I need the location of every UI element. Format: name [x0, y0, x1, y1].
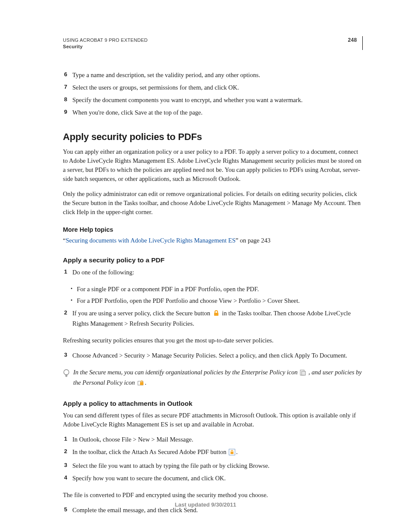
step-8: 8Specify the document components you wan… — [63, 96, 363, 105]
paragraph: You can send different types of files as… — [63, 411, 363, 429]
svg-rect-6 — [140, 382, 143, 385]
sub1-steps-cont: 2 If you are using a server policy, clic… — [63, 309, 363, 328]
step-7: 7Select the users or groups, set permiss… — [63, 83, 363, 92]
more-help-item: Securing documents with Adobe LiveCycle … — [63, 236, 363, 245]
doc-section: Security — [63, 44, 148, 50]
step-9: 9When you're done, click Save at the top… — [63, 108, 363, 117]
header-right: 248 — [348, 37, 363, 50]
footer-last-updated: Last updated 9/30/2011 — [0, 501, 411, 508]
link-securing-documents[interactable]: Securing documents with Adobe LiveCycle … — [65, 237, 235, 244]
doc-title: USING ACROBAT 9 PRO EXTENDED — [63, 37, 148, 44]
step-4: 4Specify how you want to secure the docu… — [63, 474, 363, 483]
step-1: 1Do one of the following: — [63, 268, 363, 277]
subhead-apply-policy-outlook: Apply a policy to attachments in Outlook — [63, 399, 363, 408]
sub1-bullets: For a single PDF or a component PDF in a… — [63, 285, 363, 305]
content: 6Type a name and description, set the va… — [63, 71, 363, 515]
paragraph: You can apply either an organization pol… — [63, 147, 363, 184]
step-2: 2 In the toolbar, click the Attach As Se… — [63, 448, 363, 458]
bullet: For a single PDF or a component PDF in a… — [71, 285, 363, 294]
paragraph: Only the policy administrator can edit o… — [63, 190, 363, 217]
svg-rect-4 — [302, 371, 305, 375]
step-1: 1In Outlook, choose File > New > Mail Me… — [63, 435, 363, 444]
page-number: 248 — [348, 37, 359, 43]
secure-button-icon — [213, 310, 220, 319]
page-number-rule — [362, 36, 363, 50]
sub1-steps-cont2: 3Choose Advanced > Security > Manage Sec… — [63, 351, 363, 360]
step-3: 3Select the file you want to attach by t… — [63, 461, 363, 470]
bullet: For a PDF Portfolio, open the PDF Portfo… — [71, 296, 363, 305]
conversion-note: The file is converted to PDF and encrypt… — [63, 491, 363, 500]
step-2: 2 If you are using a server policy, clic… — [63, 309, 363, 328]
header-left: USING ACROBAT 9 PRO EXTENDED Security — [63, 37, 148, 50]
svg-rect-1 — [214, 313, 218, 316]
refresh-note: Refreshing security policies ensures tha… — [63, 336, 363, 345]
subhead-apply-policy-to-pdf: Apply a security policy to a PDF — [63, 255, 363, 265]
link-suffix: on page 243 — [238, 237, 271, 244]
heading-apply-security-policies: Apply security policies to PDFs — [63, 130, 363, 144]
lightbulb-icon — [63, 369, 70, 389]
personal-policy-icon — [137, 380, 144, 389]
step-6: 6Type a name and description, set the va… — [63, 71, 363, 80]
svg-rect-8 — [230, 452, 234, 454]
enterprise-policy-icon — [300, 369, 306, 378]
svg-point-2 — [64, 370, 69, 375]
tip: In the Secure menu, you can identify org… — [63, 368, 363, 389]
step-3: 3Choose Advanced > Security > Manage Sec… — [63, 351, 363, 360]
attach-secured-pdf-icon — [229, 449, 235, 458]
continued-steps: 6Type a name and description, set the va… — [63, 71, 363, 117]
more-help-label: More Help topics — [63, 225, 363, 234]
sub1-steps: 1Do one of the following: — [63, 268, 363, 277]
tip-text: In the Secure menu, you can identify org… — [73, 368, 363, 389]
page: USING ACROBAT 9 PRO EXTENDED Security 24… — [0, 0, 411, 532]
running-header: USING ACROBAT 9 PRO EXTENDED Security 24… — [63, 37, 363, 50]
sub2-steps: 1In Outlook, choose File > New > Mail Me… — [63, 435, 363, 483]
